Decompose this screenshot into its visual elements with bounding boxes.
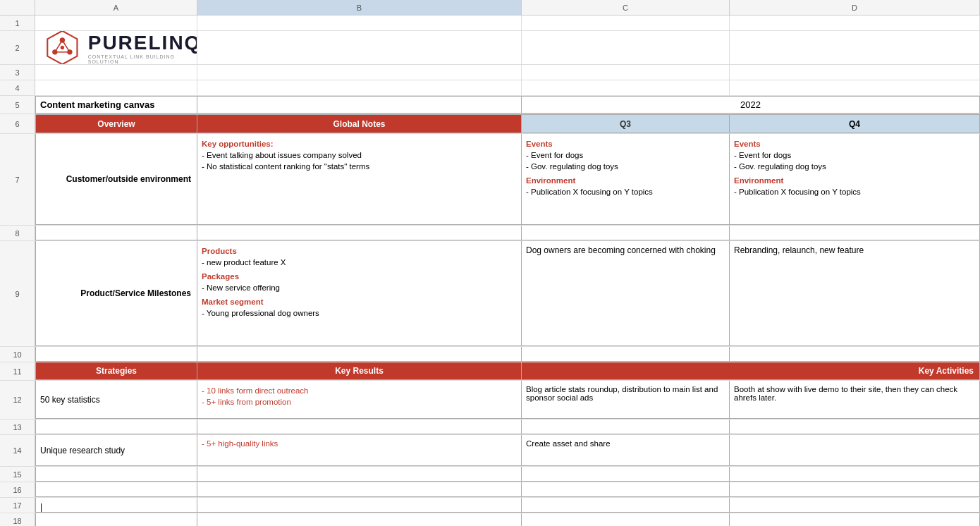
- key-results-header: Key Results: [335, 366, 384, 376]
- key-opps-item2: - No statistical content ranking for "st…: [202, 161, 369, 172]
- content-marketing-canvas-title: Content marketing canvas: [40, 99, 155, 110]
- cell-b7-content: Key opportunities: - Event talking about…: [202, 138, 369, 172]
- row-8: 8: [0, 226, 980, 241]
- col-header-d: D: [730, 0, 980, 15]
- fifty-stats-label: 50 key statistics: [40, 395, 100, 405]
- cell-a18: [35, 513, 197, 526]
- row-num-17: 17: [0, 498, 35, 513]
- logo: PURELINQ CONTEXTUAL LINK BUILDING SOLUTI…: [38, 31, 197, 64]
- cell-a10: [35, 347, 197, 362]
- cell-b9: Products - new product feature X Package…: [197, 241, 522, 346]
- cell-a16: [35, 482, 197, 497]
- cell-a9: Product/Service Milestones: [35, 241, 197, 346]
- cell-d3: [730, 65, 980, 80]
- cell-b10: [197, 347, 522, 362]
- overview-header: Overview: [97, 119, 135, 129]
- cell-c3: [522, 65, 730, 80]
- row-18: 18: [0, 513, 980, 526]
- cell-d18: [730, 513, 980, 526]
- cell-year: 2022: [522, 96, 980, 114]
- cell-a13: [35, 420, 197, 434]
- products-title: Products: [202, 245, 319, 257]
- packages-title: Packages: [202, 271, 319, 282]
- cell-c9: Dog owners are becoming concerned with c…: [522, 241, 730, 346]
- cell-c7: Events - Event for dogs - Gov. regulatin…: [522, 134, 730, 225]
- cell-c16: [522, 482, 730, 497]
- d7-env-item1: - Publication X focusing on Y topics: [734, 186, 861, 197]
- c14-text: Create asset and share: [526, 439, 611, 448]
- products-item1: - new product feature X: [202, 257, 319, 268]
- cell-a5-title: Content marketing canvas: [35, 96, 197, 114]
- cell-c15: [522, 467, 730, 482]
- cell-d7-content: Events - Event for dogs - Gov. regulatin…: [734, 138, 861, 197]
- row-num-18: 18: [0, 513, 35, 526]
- row-4: 4: [0, 80, 980, 96]
- cell-b17: [197, 498, 522, 513]
- col-header-a: A: [35, 0, 197, 15]
- cell-b18: [197, 513, 522, 526]
- cell-b12: - 10 links form direct outreach - 5+ lin…: [197, 381, 522, 419]
- row-num-3: 3: [0, 65, 35, 80]
- cell-c1: [522, 16, 730, 30]
- cell-b5: [197, 96, 522, 114]
- cell-c10: [522, 347, 730, 362]
- cell-d10: [730, 347, 980, 362]
- cell-a4: [35, 80, 197, 95]
- key-opps-title: Key opportunities:: [202, 138, 369, 149]
- cell-a17: |: [35, 498, 197, 513]
- cell-d7: Events - Event for dogs - Gov. regulatin…: [730, 134, 980, 225]
- row-12: 12 50 key statistics - 10 links form dir…: [0, 381, 980, 420]
- cell-a7: Customer/outside environment: [35, 134, 197, 225]
- cell-b4: [197, 80, 522, 95]
- col-header-c: C: [522, 0, 730, 15]
- row-16: 16: [0, 482, 980, 498]
- d7-events-item2: - Gov. regulating dog toys: [734, 161, 861, 172]
- row-10: 10: [0, 347, 980, 362]
- row-15: 15: [0, 467, 980, 482]
- cell-b9-content: Products - new product feature X Package…: [202, 245, 319, 319]
- row-num-8: 8: [0, 226, 35, 240]
- cell-d2: [730, 31, 980, 64]
- col-header-b: B: [197, 0, 522, 15]
- cell-a15: [35, 467, 197, 482]
- row-num-14: 14: [0, 435, 35, 466]
- row-num-1: 1: [0, 16, 35, 30]
- cell-b6-globalnotes: Global Notes: [197, 114, 522, 133]
- cell-b7: Key opportunities: - Event talking about…: [197, 134, 522, 225]
- spreadsheet: A B C D 1 2: [0, 0, 980, 526]
- cell-d13: [730, 420, 980, 434]
- cell-b2: [197, 31, 522, 64]
- cell-a14: Unique research study: [35, 435, 197, 466]
- cell-c13: [522, 420, 730, 434]
- packages-item1: - New service offering: [202, 282, 319, 293]
- sheet: A B C D 1 2: [0, 0, 980, 526]
- product-milestones-label: Product/Service Milestones: [80, 288, 191, 298]
- cell-d1: [730, 16, 980, 30]
- rebranding-text: Rebranding, relaunch, new feature: [734, 245, 864, 255]
- cell-d9: Rebranding, relaunch, new feature: [730, 241, 980, 346]
- row-num-13: 13: [0, 420, 35, 434]
- cell-d12: Booth at show with live demo to their si…: [730, 381, 980, 419]
- row-5: 5 Content marketing canvas 2022: [0, 96, 980, 114]
- purelinq-logo-icon: [44, 31, 81, 64]
- cell-d8: [730, 226, 980, 240]
- d7-env-title: Environment: [734, 175, 861, 186]
- cell-c17: [522, 498, 730, 513]
- corner-cell: [0, 0, 35, 15]
- row-6: 6 Overview Global Notes Q3 Q4: [0, 114, 980, 134]
- key-opps-item1: - Event talking about issues company sol…: [202, 149, 369, 161]
- cell-c2: [522, 31, 730, 64]
- cell-d15: [730, 467, 980, 482]
- q3-header: Q3: [620, 119, 631, 129]
- market-title: Market segment: [202, 296, 319, 307]
- cell-b1: [197, 16, 522, 30]
- c7-events-item2: - Gov. regulating dog toys: [526, 161, 653, 172]
- logo-tagline: CONTEXTUAL LINK BUILDING SOLUTION: [88, 54, 197, 64]
- b14-text: - 5+ high-quality links: [202, 439, 278, 448]
- row-11: 11 Strategies Key Results Key Activities: [0, 362, 980, 381]
- row-num-4: 4: [0, 80, 35, 95]
- row-num-9: 9: [0, 241, 35, 346]
- row-13: 13: [0, 420, 980, 435]
- q4-header: Q4: [849, 119, 860, 129]
- rows-area: 1 2: [0, 16, 980, 526]
